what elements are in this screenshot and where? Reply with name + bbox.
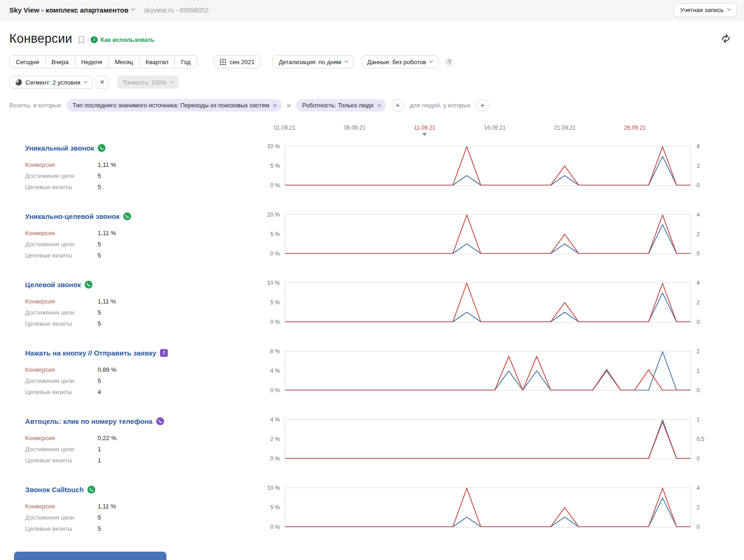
accuracy-dropdown[interactable]: Точность: 100% xyxy=(117,76,179,89)
goal-section: Автоцель: клик по номеру телефона Конвер… xyxy=(0,415,744,466)
goal-reaches-label: Достижения цели xyxy=(25,309,98,316)
conversion-value: 0,22 % xyxy=(98,435,116,441)
target-visits-label: Целевые визиты xyxy=(25,320,98,327)
goal-section: Уникально-целевой звонок Конверсия 1,11 … xyxy=(0,211,744,261)
right-axis-ticks: 1 0,5 0 xyxy=(691,419,711,459)
conversion-value: 1,11 % xyxy=(98,298,116,305)
conversion-label: Конверсия xyxy=(25,161,98,168)
how-to-use-link[interactable]: i Как использовать xyxy=(91,36,154,43)
goal-reaches-value: 1 xyxy=(98,446,101,453)
data-dropdown-label: Данные: без роботов xyxy=(367,59,426,66)
data-dropdown[interactable]: Данные: без роботов xyxy=(361,55,439,68)
chevron-down-icon xyxy=(429,59,433,62)
conversion-label: Конверсия xyxy=(25,366,98,373)
left-axis-ticks: 10 % 5 % 0 % xyxy=(259,283,285,323)
right-axis-ticks: 4 2 0 xyxy=(691,214,711,254)
left-axis-ticks: 10 % 5 % 0 % xyxy=(259,146,285,186)
goal-chart[interactable] xyxy=(285,146,691,186)
calendar-grid-icon xyxy=(220,59,226,65)
bottom-widget-partial[interactable] xyxy=(14,552,166,560)
info-icon: i xyxy=(91,36,98,43)
filters-suffix-label: для людей, у которых xyxy=(410,102,471,109)
axis-date-label: 26.09.21 xyxy=(624,125,646,131)
axis-date-label: 01.09.21 xyxy=(274,125,296,131)
left-axis-ticks: 10 % 5 % 0 % xyxy=(259,214,285,254)
goal-type-icon: ! xyxy=(160,349,168,357)
chevron-down-icon xyxy=(727,7,731,10)
segment-button[interactable]: Сегмент: 2 условия xyxy=(9,76,93,89)
goal-chart[interactable] xyxy=(285,488,691,527)
chevron-down-icon xyxy=(84,79,87,83)
chip-close-icon[interactable]: × xyxy=(377,102,381,109)
filter-chip[interactable]: Роботность: Только люди × xyxy=(296,99,386,112)
goal-section: Нажать на кнопку // Отправить заявку ! К… xyxy=(0,347,744,397)
right-axis-ticks: 2 1 0 xyxy=(691,351,711,391)
goal-title-link[interactable]: Целевой звонок xyxy=(25,281,81,289)
conversion-label: Конверсия xyxy=(25,230,98,237)
goal-chart[interactable] xyxy=(285,419,691,459)
conversion-label: Конверсия xyxy=(25,503,98,510)
period-button-group: Сегодня Вчера Неделя Месяц Квартал Год xyxy=(9,55,197,68)
period-button[interactable]: Год xyxy=(174,55,197,68)
target-visits-value: 5 xyxy=(98,252,101,259)
goal-chart[interactable] xyxy=(285,351,691,391)
goal-title-link[interactable]: Нажать на кнопку // Отправить заявку xyxy=(25,349,156,357)
left-axis-ticks: 4 % 2 % 0 % xyxy=(259,419,285,459)
goal-chart[interactable] xyxy=(285,283,691,323)
period-button[interactable]: Неделя xyxy=(75,55,109,68)
goal-type-icon xyxy=(156,417,164,425)
help-icon[interactable]: ? xyxy=(445,58,453,66)
chevron-down-icon xyxy=(170,79,173,83)
target-visits-label: Целевые визиты xyxy=(25,252,98,259)
account-button-label: Учетная запись xyxy=(680,7,724,13)
goal-title-link[interactable]: Уникальный звонок xyxy=(25,144,94,152)
share-arrows-icon[interactable] xyxy=(721,33,731,46)
goal-title-link[interactable]: Уникально-целевой звонок xyxy=(25,212,120,220)
conversion-value: 1,11 % xyxy=(98,230,116,237)
period-button[interactable]: Квартал xyxy=(139,55,175,68)
period-button[interactable]: Месяц xyxy=(108,55,140,68)
bookmark-icon[interactable] xyxy=(78,36,85,44)
target-visits-value: 5 xyxy=(98,525,101,532)
add-condition-button[interactable]: + xyxy=(392,99,404,112)
segment-button-label: Сегмент: 2 условия xyxy=(26,79,80,86)
detail-dropdown[interactable]: Детализация: по дням xyxy=(272,55,353,68)
period-button[interactable]: Вчера xyxy=(45,55,75,68)
chevron-down-icon xyxy=(344,59,348,62)
period-button[interactable]: Сегодня xyxy=(9,55,46,68)
target-visits-value: 5 xyxy=(98,184,101,191)
topbar: Sky View - комплекс апартаментов skyview… xyxy=(0,0,744,20)
right-axis-ticks: 4 2 0 xyxy=(691,283,711,323)
target-visits-label: Целевые визиты xyxy=(25,525,98,532)
goal-title-link[interactable]: Автоцель: клик по номеру телефона xyxy=(25,417,153,425)
goal-type-icon xyxy=(123,212,131,220)
conversion-value: 1,11 % xyxy=(98,161,116,168)
add-user-condition-button[interactable]: + xyxy=(476,99,489,112)
calendar-button[interactable]: сен 2021 xyxy=(214,55,260,68)
conversion-label: Конверсия xyxy=(25,435,98,441)
axis-date-label: 11.09.21 xyxy=(414,125,435,131)
goal-type-icon xyxy=(87,486,95,494)
filter-chip[interactable]: Тип последнего значимого источника: Пере… xyxy=(66,99,282,112)
filters-conjunction-label: и xyxy=(287,102,291,109)
goal-reaches-value: 5 xyxy=(98,241,101,248)
goal-title-link[interactable]: Звонок Calltouch xyxy=(25,486,84,494)
detail-dropdown-label: Детализация: по дням xyxy=(279,59,341,66)
goal-reaches-label: Достижения цели xyxy=(25,241,98,248)
counter-selector[interactable]: Sky View - комплекс апартаментов xyxy=(9,6,134,14)
goal-reaches-label: Достижения цели xyxy=(25,172,98,179)
segment-clear-button[interactable]: × xyxy=(96,76,109,89)
calendar-button-label: сен 2021 xyxy=(230,59,254,66)
target-visits-value: 4 xyxy=(98,389,101,395)
axis-date-label: 16.09.21 xyxy=(484,125,506,131)
goal-chart[interactable] xyxy=(285,214,691,254)
pie-chart-icon xyxy=(15,79,22,86)
account-button[interactable]: Учетная запись xyxy=(674,3,737,17)
axis-date-label: 21.09.21 xyxy=(554,125,576,131)
chip-close-icon[interactable]: × xyxy=(273,102,277,109)
target-visits-label: Целевые визиты xyxy=(25,457,98,464)
target-visits-label: Целевые визиты xyxy=(25,184,98,191)
conversion-value: 0,89 % xyxy=(98,366,116,373)
conversion-value: 1,11 % xyxy=(98,503,116,510)
date-axis: 01.09.2106.09.2111.09.2116.09.2121.09.21… xyxy=(0,123,744,139)
